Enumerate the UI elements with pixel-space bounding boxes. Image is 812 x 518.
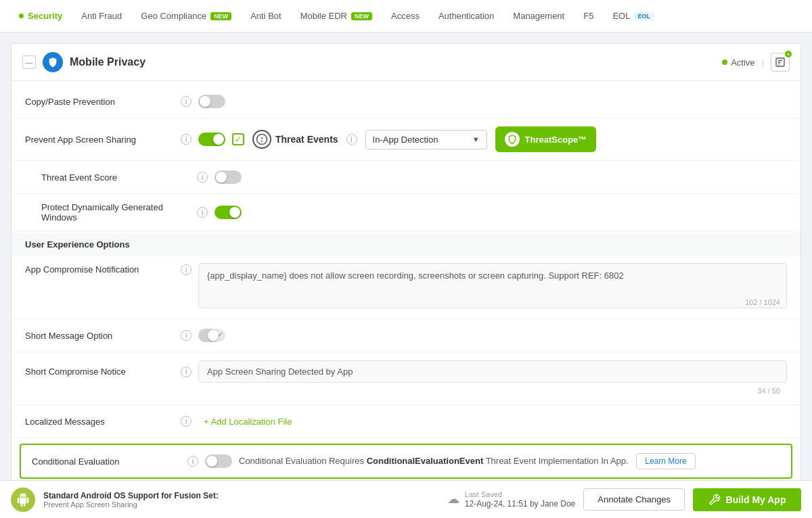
conditional-eval-message: Conditional Evaluation Requires Conditio… [239,453,780,469]
ux-options-header: User Experience Options [12,233,800,256]
dropdown-chevron-icon: ▼ [472,135,480,143]
nav-label-management: Management [513,11,564,21]
threat-event-score-row: Threat Event Score i [12,162,800,192]
footer-left: Standard Android OS Support for Fusion S… [11,488,439,512]
threat-event-score-toggle[interactable] [215,170,242,184]
nav-item-mobileedr[interactable]: Mobile EDR NEW [292,7,380,25]
learn-more-button[interactable]: Learn More [636,453,695,469]
main-content: ― Mobile Privacy Active | [0,32,812,501]
app-compromise-textarea[interactable]: {app_display_name} does not allow screen… [198,263,787,308]
nav-label-authentication: Authentication [438,11,494,21]
settings-body: Copy/Paste Prevention i Prevent App Scre… [12,81,800,490]
short-message-info-icon[interactable]: i [181,330,191,341]
report-icon-button[interactable]: + [771,53,790,72]
protect-dynamic-toggle[interactable]: ✓ [215,206,242,219]
status-label: Active [731,57,754,68]
threat-event-score-label: Threat Event Score [41,172,190,183]
short-message-toggle[interactable]: ✓ [198,329,225,342]
svg-point-6 [262,141,263,142]
threat-event-score-info-icon[interactable]: i [197,172,208,183]
mobile-privacy-card: ― Mobile Privacy Active | [11,43,801,490]
geocompliance-new-badge: NEW [210,12,231,20]
status-dot [722,60,727,65]
card-header-right: Active | + [722,53,790,72]
protect-dynamic-row: Protect Dynamically Generated Windows i … [12,195,800,229]
conditional-eval-label: Conditional Evaluation [32,456,181,467]
card-header-left: ― Mobile Privacy [22,52,722,72]
nav-label-access: Access [391,11,420,21]
add-loc-label: + Add Localization File [204,417,292,427]
nav-item-f5[interactable]: F5 [575,7,602,25]
nav-label-eol: EOL [612,11,630,21]
prevent-screen-toggle[interactable]: ✓ [198,133,225,146]
last-saved-label: Last Saved [465,490,575,499]
top-nav: Security Anti Fraud Geo Compliance NEW A… [0,0,812,32]
ux-header-label: User Experience Options [25,239,130,250]
nav-item-security[interactable]: Security [11,7,70,25]
app-compromise-row: App Compromise Notification i {app_displ… [12,256,800,317]
annotate-changes-button[interactable]: Annotate Changes [583,488,685,511]
conditional-evaluation-row: Conditional Evaluation i Conditional Eva… [20,444,792,479]
in-app-detection-label: In-App Detection [373,135,438,145]
threat-events-checkbox[interactable]: ✓ [232,133,244,145]
nav-label-mobileedr: Mobile EDR [300,11,347,21]
localized-messages-info-icon[interactable]: i [181,416,191,427]
nav-label-security: Security [28,11,62,21]
threat-events-info-icon[interactable]: i [346,134,357,145]
protect-dynamic-label: Protect Dynamically Generated Windows [41,202,190,222]
threat-events-container: ✓ Threat Events i In-App D [232,126,787,152]
add-localization-button[interactable]: + Add Localization File [198,414,297,429]
app-compromise-input-container: {app_display_name} does not allow screen… [198,263,787,310]
shield-icon [43,52,63,72]
threat-events-icon [252,130,271,149]
nav-item-management[interactable]: Management [505,7,572,25]
cloud-icon: ☁ [447,492,459,507]
conditional-eval-info-icon[interactable]: i [187,456,198,467]
protect-dynamic-info-icon[interactable]: i [197,207,208,218]
footer-save-text: Last Saved 12-Aug-24, 11:51 by Jane Doe [465,490,575,510]
nav-label-f5: F5 [583,11,593,21]
card-header: ― Mobile Privacy Active | [12,44,800,81]
nav-item-antifraud[interactable]: Anti Fraud [73,7,130,25]
nav-item-eol[interactable]: EOL EOL [604,7,662,25]
security-active-dot [19,14,24,18]
short-message-row: Short Message Option i ✓ [12,321,800,350]
conditional-eval-toggle[interactable] [205,454,232,468]
short-compromise-info-icon[interactable]: i [181,367,191,377]
short-compromise-label: Short Compromise Notice [25,367,174,377]
short-compromise-char-count: 34 / 50 [757,387,780,395]
nav-item-antibot[interactable]: Anti Bot [242,7,290,25]
footer-platform-label: Standard Android OS Support for Fusion S… [43,491,219,500]
status-active: Active [722,57,754,68]
prevent-screen-info-icon[interactable]: i [181,134,191,145]
short-compromise-row: Short Compromise Notice i 34 / 50 [12,354,800,390]
android-icon [11,488,35,512]
nav-label-geocompliance: Geo Compliance [141,11,206,21]
build-my-app-button[interactable]: Build My App [693,488,801,511]
threat-events-text: Threat Events [275,134,338,145]
nav-item-authentication[interactable]: Authentication [430,7,502,25]
nav-item-access[interactable]: Access [383,7,428,25]
app-compromise-label: App Compromise Notification [25,263,174,275]
footer: Standard Android OS Support for Fusion S… [0,480,812,518]
conditional-eval-prefix: Conditional Evaluation Requires [239,456,367,466]
localized-messages-label: Localized Messages [25,417,174,427]
threatscope-button[interactable]: ThreatScope™ [495,126,597,152]
footer-platform-sub: Prevent App Screen Sharing [43,500,219,509]
mobileedr-new-badge: NEW [351,12,372,20]
short-compromise-input[interactable] [198,360,787,383]
threat-events-label: Threat Events [252,130,338,149]
copy-paste-label: Copy/Paste Prevention [25,97,174,107]
copy-paste-info-icon[interactable]: i [181,96,191,107]
app-compromise-info-icon[interactable]: i [181,264,191,275]
collapse-button[interactable]: ― [22,55,36,69]
prevent-screen-sharing-row: Prevent App Screen Sharing i ✓ ✓ [12,120,800,159]
nav-item-geocompliance[interactable]: Geo Compliance NEW [133,7,240,25]
short-message-label: Short Message Option [25,331,174,341]
threatscope-logo-icon [505,132,520,147]
last-saved-time: 12-Aug-24, 11:51 by Jane Doe [465,499,575,510]
copy-paste-toggle[interactable] [198,95,225,108]
localized-messages-row: Localized Messages i + Add Localization … [12,406,800,436]
in-app-detection-dropdown[interactable]: In-App Detection ▼ [365,130,487,149]
conditional-eval-suffix: Threat Event Implementation In App. [483,456,628,466]
